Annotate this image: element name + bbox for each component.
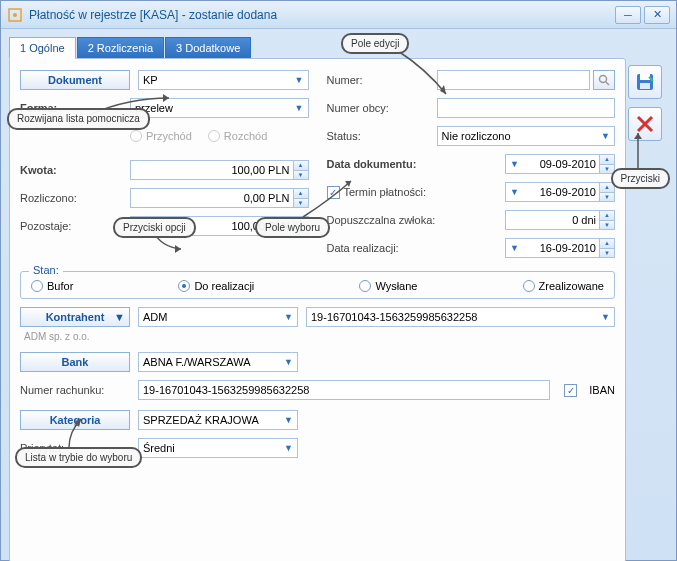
stan-wyslane-radio[interactable]: Wysłane bbox=[359, 280, 417, 292]
minimize-button[interactable]: ─ bbox=[615, 6, 641, 24]
data-dok-input[interactable]: ▼ 09-09-2010 ▲▼ bbox=[505, 154, 615, 174]
termin-checkbox[interactable]: ✓ bbox=[327, 186, 340, 199]
svg-point-2 bbox=[600, 76, 607, 83]
spin-down-icon[interactable]: ▼ bbox=[293, 171, 308, 180]
chevron-down-icon: ▼ bbox=[284, 443, 293, 453]
numer-input[interactable] bbox=[437, 70, 591, 90]
numer-obcy-input[interactable] bbox=[437, 98, 616, 118]
kontrahent-subtext: ADM sp. z o.o. bbox=[24, 331, 615, 342]
rozliczono-value: 0,00 PLN bbox=[244, 192, 290, 204]
titlebar: Płatność w rejestrze [KASA] - zostanie d… bbox=[1, 1, 676, 29]
data-dok-label: Data dokumentu: bbox=[327, 158, 477, 170]
chevron-down-icon: ▼ bbox=[295, 103, 304, 113]
kontrahent-value: ADM bbox=[143, 311, 167, 323]
x-icon bbox=[635, 114, 655, 134]
numer-obcy-label: Numer obcy: bbox=[327, 102, 437, 114]
svg-line-3 bbox=[606, 82, 609, 85]
rozliczono-label: Rozliczono: bbox=[20, 192, 130, 204]
magnifier-icon bbox=[598, 74, 610, 86]
kontrahent-combo[interactable]: ADM ▼ bbox=[138, 307, 298, 327]
svg-rect-6 bbox=[640, 83, 650, 89]
status-combo[interactable]: Nie rozliczono ▼ bbox=[437, 126, 616, 146]
kontrahent-account-value: 19-16701043-1563259985632258 bbox=[311, 311, 477, 323]
chevron-down-icon: ▼ bbox=[114, 311, 125, 323]
tab-dodatkowe[interactable]: 3 Dodatkowe bbox=[165, 37, 251, 59]
termin-value: 16-09-2010 bbox=[540, 186, 596, 198]
chevron-down-icon: ▼ bbox=[601, 312, 610, 322]
kontrahent-button[interactable]: Kontrahent ▼ bbox=[20, 307, 130, 327]
forma-combo[interactable]: przelew ▼ bbox=[130, 98, 309, 118]
numer-search-button[interactable] bbox=[593, 70, 615, 90]
callout-lista-wybor: Lista w trybie do wyboru bbox=[15, 447, 142, 468]
app-window: Płatność w rejestrze [KASA] - zostanie d… bbox=[0, 0, 677, 561]
bank-button[interactable]: Bank bbox=[20, 352, 130, 372]
stan-bufor-radio[interactable]: Bufor bbox=[31, 280, 73, 292]
callout-lista-pomocnicza: Rozwijana lista pomocnicza bbox=[7, 108, 150, 130]
zwloka-value: 0 dni bbox=[572, 214, 596, 226]
termin-input[interactable]: ▼ 16-09-2010 ▲▼ bbox=[505, 182, 615, 202]
kwota-value: 100,00 PLN bbox=[231, 164, 289, 176]
rachunek-input[interactable]: 19-16701043-1563259985632258 bbox=[138, 380, 550, 400]
chevron-down-icon: ▼ bbox=[601, 131, 610, 141]
chevron-down-icon: ▼ bbox=[284, 312, 293, 322]
priorytet-value: Średni bbox=[143, 442, 175, 454]
status-label: Status: bbox=[327, 130, 437, 142]
chevron-down-icon: ▼ bbox=[295, 75, 304, 85]
kategoria-combo[interactable]: SPRZEDAŻ KRAJOWA ▼ bbox=[138, 410, 298, 430]
callout-pole-wyboru: Pole wyboru bbox=[255, 217, 330, 238]
close-button[interactable]: ✕ bbox=[644, 6, 670, 24]
side-buttons bbox=[628, 65, 662, 141]
status-value: Nie rozliczono bbox=[442, 130, 511, 142]
window-title: Płatność w rejestrze [KASA] - zostanie d… bbox=[29, 8, 612, 22]
dokument-button[interactable]: Dokument bbox=[20, 70, 130, 90]
kwota-input[interactable]: 100,00 PLN ▲▼ bbox=[130, 160, 309, 180]
save-button[interactable] bbox=[628, 65, 662, 99]
iban-label: IBAN bbox=[589, 384, 615, 396]
callout-pole-edycji: Pole edycji bbox=[341, 33, 409, 54]
przychod-rozchod-group: Przychód Rozchód bbox=[130, 130, 267, 142]
bank-combo[interactable]: ABNA F./WARSZAWA ▼ bbox=[138, 352, 298, 372]
stan-groupbox: Stan: Bufor Do realizacji Wysłane Zreali… bbox=[20, 271, 615, 299]
callout-przyciski-opcji: Przyciski opcji bbox=[113, 217, 196, 238]
tab-panel: Dokument KP ▼ Forma: przelew ▼ bbox=[9, 58, 626, 561]
zwloka-input[interactable]: 0 dni ▲▼ bbox=[505, 210, 615, 230]
dokument-combo[interactable]: KP ▼ bbox=[138, 70, 309, 90]
dokument-value: KP bbox=[143, 74, 158, 86]
right-column: Numer: Numer obcy: Status: Nie rozlicz bbox=[327, 69, 616, 265]
svg-point-1 bbox=[13, 13, 17, 17]
data-dok-value: 09-09-2010 bbox=[540, 158, 596, 170]
stan-legend: Stan: bbox=[29, 264, 63, 276]
realizacja-value: 16-09-2010 bbox=[540, 242, 596, 254]
diskette-icon bbox=[634, 71, 656, 93]
cancel-button[interactable] bbox=[628, 107, 662, 141]
tab-rozliczenia[interactable]: 2 Rozliczenia bbox=[77, 37, 164, 59]
window-icon bbox=[7, 7, 23, 23]
rozchod-radio: Rozchód bbox=[208, 130, 267, 142]
przychod-radio: Przychód bbox=[130, 130, 192, 142]
kwota-label: Kwota: bbox=[20, 164, 130, 176]
rachunek-value: 19-16701043-1563259985632258 bbox=[143, 384, 309, 396]
iban-checkbox[interactable]: ✓ bbox=[564, 384, 577, 397]
stan-zrealizowane-radio[interactable]: Zrealizowane bbox=[523, 280, 604, 292]
zwloka-label: Dopuszczalna zwłoka: bbox=[327, 214, 477, 226]
chevron-down-icon: ▼ bbox=[284, 357, 293, 367]
realizacja-input[interactable]: ▼ 16-09-2010 ▲▼ bbox=[505, 238, 615, 258]
realizacja-label: Data realizacji: bbox=[327, 242, 477, 254]
priorytet-combo[interactable]: Średni ▼ bbox=[138, 438, 298, 458]
rozliczono-input[interactable]: 0,00 PLN ▲▼ bbox=[130, 188, 309, 208]
tab-ogolne[interactable]: 1 Ogólne bbox=[9, 37, 76, 59]
numer-label: Numer: bbox=[327, 74, 437, 86]
spin-up-icon[interactable]: ▲ bbox=[293, 161, 308, 171]
callout-przyciski: Przyciski bbox=[611, 168, 670, 189]
chevron-down-icon: ▼ bbox=[284, 415, 293, 425]
rachunek-label: Numer rachunku: bbox=[20, 384, 130, 396]
kategoria-value: SPRZEDAŻ KRAJOWA bbox=[143, 414, 259, 426]
svg-rect-5 bbox=[640, 74, 650, 80]
termin-label: Termin płatności: bbox=[344, 186, 474, 198]
kontrahent-account-combo[interactable]: 19-16701043-1563259985632258 ▼ bbox=[306, 307, 615, 327]
kategoria-button[interactable]: Kategoria bbox=[20, 410, 130, 430]
stan-dorealizacji-radio[interactable]: Do realizacji bbox=[178, 280, 254, 292]
bank-value: ABNA F./WARSZAWA bbox=[143, 356, 251, 368]
tab-bar: 1 Ogólne 2 Rozliczenia 3 Dodatkowe bbox=[9, 37, 626, 59]
